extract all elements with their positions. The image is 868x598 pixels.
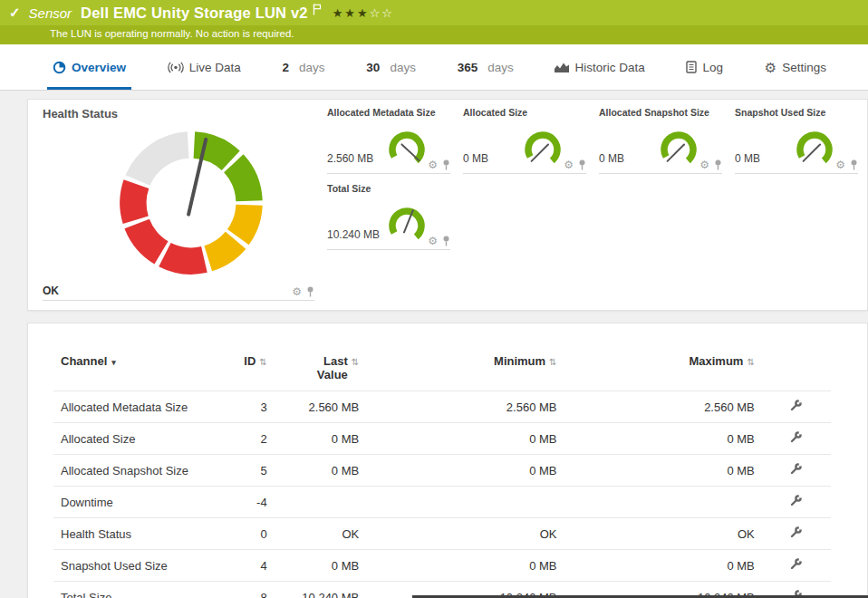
tab-day-number: 365 (458, 61, 478, 74)
mini-gauge-total-size: Total Size 10.240 MB ⚙ (327, 183, 450, 250)
mini-gauge-dial[interactable] (793, 128, 836, 171)
column-header-last-value[interactable]: Last Value⇅ (275, 351, 367, 391)
mini-gauge-value: 0 MB (463, 152, 488, 165)
channel-settings-icon[interactable] (790, 526, 802, 538)
channel-row[interactable]: Allocated Snapshot Size 5 0 MB 0 MB 0 MB (53, 455, 831, 487)
mini-gauge-dial[interactable] (385, 128, 429, 171)
pin-icon[interactable] (306, 286, 314, 297)
gauge-settings-gear-icon[interactable]: ⚙ (564, 159, 574, 170)
channel-settings-icon[interactable] (790, 463, 802, 475)
health-status-value: OK (43, 285, 59, 297)
pin-icon[interactable] (442, 159, 450, 170)
tab-2-days[interactable]: 2days (283, 44, 325, 90)
tab-log[interactable]: Log (686, 44, 723, 90)
star-icon[interactable]: ★ (333, 6, 345, 20)
channel-name: Allocated Size (53, 423, 210, 455)
flag-icon[interactable] (313, 4, 322, 15)
column-label: Maximum (689, 354, 743, 368)
mini-gauge-icons: ⚙ (564, 159, 586, 170)
tab-historic-data[interactable]: Historic Data (555, 44, 644, 90)
gauge-settings-gear-icon[interactable]: ⚙ (428, 236, 438, 246)
sort-icon[interactable]: ⇅ (352, 357, 359, 367)
mini-gauge-body: 0 MB ⚙ (599, 122, 722, 174)
tab-overview[interactable]: Overview (53, 44, 126, 90)
sort-desc-icon[interactable]: ▾ (111, 358, 116, 367)
settings-gear-icon: ⚙ (765, 61, 776, 74)
sort-icon[interactable]: ⇅ (747, 357, 754, 367)
star-icon[interactable]: ★ (357, 6, 370, 20)
mini-gauge-icons: ⚙ (699, 159, 722, 170)
pin-icon[interactable] (714, 159, 722, 170)
channel-minimum: 0 MB (366, 455, 564, 487)
mini-gauge-icons: ⚙ (428, 159, 450, 170)
tab-365-days[interactable]: 365days (458, 44, 514, 90)
mini-gauge-dial[interactable] (521, 128, 564, 171)
channel-settings-icon[interactable] (790, 495, 802, 506)
channel-minimum: OK (366, 518, 564, 550)
tab-day-number: 30 (366, 61, 380, 74)
gauge-settings-gear-icon[interactable]: ⚙ (699, 159, 709, 170)
gauge-settings-gear-icon[interactable]: ⚙ (428, 159, 438, 170)
column-header-id[interactable]: ID⇅ (210, 351, 275, 391)
channel-name: Snapshot Used Size (53, 550, 210, 582)
channel-row[interactable]: Allocated Size 2 0 MB 0 MB 0 MB (53, 423, 831, 455)
mini-gauge-icons: ⚙ (835, 159, 858, 170)
priority-stars[interactable]: ★★★☆☆ (333, 6, 394, 20)
sort-icon[interactable]: ⇅ (549, 357, 556, 367)
channel-id: 2 (210, 423, 275, 455)
mini-gauge-body: 0 MB ⚙ (735, 122, 858, 174)
content-area: Health Status (0, 91, 868, 598)
column-header-minimum[interactable]: Minimum⇅ (366, 351, 564, 391)
channel-row[interactable]: Health Status 0 OK OK OK (53, 518, 831, 550)
channel-name: Allocated Metadata Size (53, 391, 210, 423)
tab-label: days (390, 61, 416, 74)
pin-icon[interactable] (850, 159, 858, 170)
tab-label: Log (702, 61, 723, 74)
mini-gauge-label: Total Size (327, 183, 450, 198)
channel-row[interactable]: Allocated Metadata Size 3 2.560 MB 2.560… (53, 391, 831, 423)
tab-label: Historic Data (574, 61, 644, 74)
star-icon[interactable]: ☆ (381, 6, 394, 20)
tab-settings[interactable]: ⚙ Settings (765, 44, 826, 90)
pin-icon[interactable] (578, 159, 586, 170)
gauges-panel: Health Status (27, 99, 868, 311)
channel-settings-icon[interactable] (790, 558, 802, 570)
tab-day-number: 2 (283, 61, 290, 74)
star-icon[interactable]: ☆ (370, 6, 382, 20)
gauge-settings-gear-icon[interactable]: ⚙ (835, 159, 845, 170)
health-status-gauge[interactable] (111, 122, 272, 284)
channel-last-value (275, 487, 367, 518)
channel-id: -4 (210, 487, 275, 518)
channel-maximum (564, 487, 762, 518)
channel-last-value: 0 MB (275, 455, 367, 487)
tab-live-data[interactable]: Live Data (168, 44, 241, 90)
pin-icon[interactable] (442, 236, 450, 246)
tab-30-days[interactable]: 30days (366, 44, 416, 90)
sort-icon[interactable]: ⇅ (259, 357, 266, 367)
column-header-maximum[interactable]: Maximum⇅ (564, 351, 762, 391)
mini-gauge-body: 0 MB ⚙ (463, 122, 586, 174)
mini-gauge-dial[interactable] (385, 204, 429, 247)
gauge-footer-icons: ⚙ (292, 286, 314, 297)
gauge-settings-gear-icon[interactable]: ⚙ (292, 286, 302, 297)
channel-id: 0 (210, 518, 275, 550)
channel-settings-icon[interactable] (790, 431, 802, 443)
channel-row[interactable]: Downtime -4 (53, 487, 831, 518)
mini-gauge-label: Allocated Size (463, 107, 586, 122)
mini-gauge-label: Allocated Metadata Size (327, 107, 450, 122)
channel-id: 4 (210, 550, 275, 582)
channel-minimum (366, 487, 564, 518)
mini-gauge-dial[interactable] (657, 128, 700, 171)
column-header-channel[interactable]: Channel▾ (53, 351, 210, 391)
channel-row[interactable]: Snapshot Used Size 4 0 MB 0 MB 0 MB (53, 550, 831, 582)
channel-maximum: 0 MB (564, 423, 762, 455)
star-icon[interactable]: ★ (344, 6, 357, 20)
sensor-title: Dell EMC Unity Storage LUN v2 (81, 5, 308, 22)
status-check-icon: ✓ (9, 5, 21, 21)
channel-id: 8 (210, 582, 275, 598)
mini-gauge-body: 2.560 MB ⚙ (327, 122, 450, 174)
channel-maximum: 0 MB (564, 455, 762, 487)
mini-gauge-label: Allocated Snapshot Size (599, 107, 722, 122)
channel-settings-icon[interactable] (790, 400, 802, 411)
tab-bar: Overview Live Data 2days 30days 365days … (0, 44, 868, 91)
